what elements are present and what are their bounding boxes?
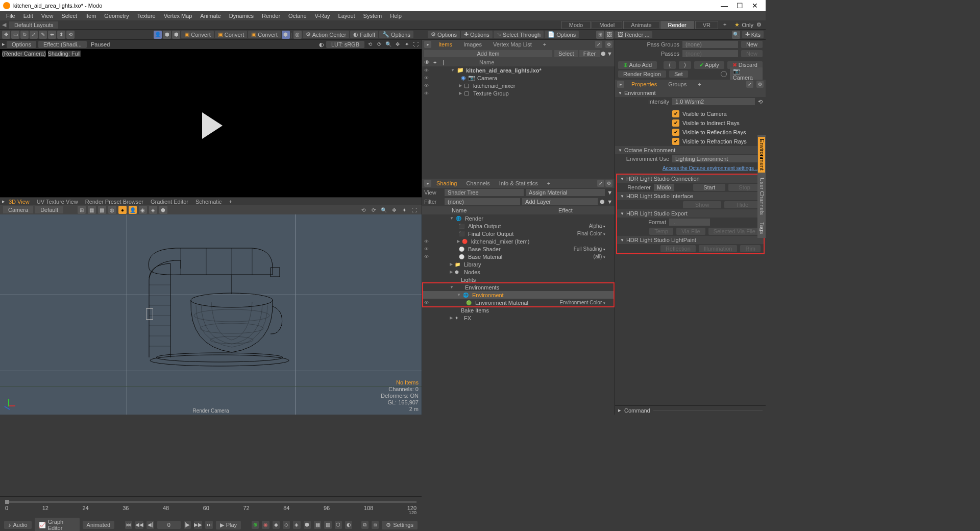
shader-row[interactable]: ▶📁Library <box>422 260 615 268</box>
apply-button[interactable]: ✔ Apply <box>694 61 724 69</box>
intensity-field[interactable]: 1.0 W/srm2 <box>672 98 755 105</box>
channels-tab[interactable]: Channels <box>462 180 494 187</box>
shader-tree-dropdown[interactable]: Shader Tree <box>445 189 524 196</box>
shading-pop-icon[interactable]: ⤢ <box>597 180 604 187</box>
tool-select-icon[interactable]: ▭ <box>11 31 19 39</box>
options-button-a[interactable]: ⚙Options <box>428 31 460 38</box>
view3d-nav5-icon[interactable]: ✦ <box>400 206 408 214</box>
layout-tab-add[interactable]: + <box>719 21 730 29</box>
passes-dropdown[interactable]: (none) <box>682 50 738 57</box>
eye-icon[interactable]: 👁 <box>424 68 430 73</box>
maximize-button[interactable]: ☐ <box>732 2 747 10</box>
images-tab[interactable]: Images <box>459 41 486 48</box>
lut-icon[interactable]: ◐ <box>319 41 324 48</box>
info-tab[interactable]: Info & Statistics <box>495 180 542 187</box>
props-add-tab[interactable]: + <box>694 81 705 88</box>
view3d-nav3-icon[interactable]: 🔍 <box>380 206 388 214</box>
expand-icon[interactable]: ▼ <box>450 216 454 221</box>
expand-icon[interactable]: ▶ <box>450 316 453 320</box>
shader-row[interactable]: ⬛Alpha OutputAlpha ▾ <box>422 222 615 230</box>
menu-item[interactable]: Item <box>81 13 100 19</box>
tool-rotate-icon[interactable]: ↻ <box>20 31 29 39</box>
layout-tab-vr[interactable]: VR <box>695 21 718 29</box>
illumination-button[interactable]: Illumination <box>699 245 738 252</box>
view3d-nav1-icon[interactable]: ⟲ <box>359 206 368 214</box>
shader-row[interactable]: ▼Environments <box>422 283 615 291</box>
shader-row[interactable]: Bake Items <box>422 306 615 314</box>
set-button[interactable]: Set <box>669 70 688 78</box>
format-dropdown[interactable]: ... <box>669 219 710 226</box>
layout-arrow-icon[interactable]: ◀ <box>2 21 6 28</box>
expand-icon[interactable]: ▶ <box>459 83 462 88</box>
play-icon[interactable] <box>202 112 223 139</box>
shading-menu-icon[interactable]: ▸ <box>424 180 431 187</box>
menu-octane[interactable]: Octane <box>284 13 310 19</box>
intensity-reset-icon[interactable]: ⟲ <box>758 99 763 105</box>
eye-icon[interactable]: 👁 <box>424 247 430 252</box>
hdr-conn-section[interactable]: ▼HDR Light Studio Connection <box>617 175 764 183</box>
convert-button-2[interactable]: ▣Convert <box>215 31 248 38</box>
reflection-button[interactable]: Reflection <box>660 245 696 252</box>
menu-render[interactable]: Render <box>258 13 284 19</box>
shading-gear-icon[interactable]: ⚙ <box>605 180 612 187</box>
view3d-t3-icon[interactable]: ▩ <box>98 206 106 214</box>
shader-row[interactable]: 👁⚪Base ShaderFull Shading ▾ <box>422 245 615 253</box>
sidetab-userchannels[interactable]: User Channels <box>758 176 765 217</box>
env-use-dropdown[interactable]: Lighting Environment <box>672 155 763 162</box>
view3d-tab-schematic[interactable]: Schematic <box>192 198 225 205</box>
eye-icon[interactable]: 👁 <box>424 300 430 305</box>
search-icon[interactable]: 🔍 <box>732 31 740 39</box>
items-menu-icon[interactable]: ▸ <box>424 41 431 48</box>
props-pop-icon[interactable]: ⤢ <box>746 81 753 88</box>
view3d-t2-icon[interactable]: ▦ <box>88 206 96 214</box>
target-icon[interactable]: ◎ <box>293 31 302 39</box>
tool-lasso-icon[interactable]: ✎ <box>39 31 47 39</box>
menu-vertexmap[interactable]: Vertex Map <box>160 13 197 19</box>
view3d-tab-3dview[interactable]: 3D View <box>6 198 33 205</box>
view3d-nav6-icon[interactable]: ⛶ <box>410 206 419 214</box>
layout-tab-animate[interactable]: Animate <box>623 21 659 29</box>
items-filter2-icon[interactable]: ▼ <box>607 51 612 57</box>
menu-dynamics[interactable]: Dynamics <box>225 13 258 19</box>
render-nav2-icon[interactable]: ⟳ <box>376 41 383 48</box>
menu-geometry[interactable]: Geometry <box>100 13 133 19</box>
properties-tab[interactable]: Properties <box>627 81 661 88</box>
render-camera-dropdown[interactable]: (Render Camera) <box>2 51 46 57</box>
render-preview[interactable]: ▶ Options Effect: (Shadi... Paused ◐ LUT… <box>0 40 422 197</box>
img-icon[interactable]: 🖼 <box>605 31 614 39</box>
shading-f2-icon[interactable]: ▼ <box>607 199 612 205</box>
items-row[interactable]: 👁▶▢Texture Group <box>422 89 615 97</box>
layout-tab-render[interactable]: Render <box>660 21 694 29</box>
shading-f1-icon[interactable]: ⬢ <box>600 199 605 205</box>
select-through-button[interactable]: ↘Select Through <box>494 31 544 38</box>
renderer-dropdown[interactable]: Modo <box>654 184 674 191</box>
view3d-t7-icon[interactable]: ◉ <box>139 206 147 214</box>
vis-reflection-checkbox[interactable]: ✔ <box>672 129 679 136</box>
assign-material-button[interactable]: Assign Material <box>526 189 605 196</box>
expand-icon[interactable]: ▶ <box>450 270 453 274</box>
rim-button[interactable]: Rim <box>740 245 761 252</box>
shader-row[interactable]: ▼🌐Environment <box>422 291 615 299</box>
view3d-default-dropdown[interactable]: Default <box>35 206 63 213</box>
menu-view[interactable]: View <box>37 13 58 19</box>
minimize-button[interactable]: — <box>717 2 732 10</box>
props-menu-icon[interactable]: ▸ <box>617 81 624 88</box>
stop-button[interactable]: Stop <box>728 184 761 191</box>
person-icon[interactable]: 👤 <box>154 31 162 39</box>
options-dropdown[interactable]: 🔧Options <box>379 31 413 38</box>
key-prev-icon[interactable]: ⟨ <box>664 61 676 69</box>
eye-icon[interactable]: 👁 <box>424 254 430 259</box>
vis-indirect-checkbox[interactable]: ✔ <box>672 119 679 127</box>
view3d-t5-icon[interactable]: ● <box>118 206 127 214</box>
render-shading-dropdown[interactable]: Shading: Full <box>48 51 81 57</box>
selected-viafile-button[interactable]: Selected Via File <box>708 228 761 235</box>
items-add-tab[interactable]: + <box>539 41 550 48</box>
filter-dropdown[interactable]: (none) <box>445 198 520 205</box>
view3d-t6-icon[interactable]: 👤 <box>129 206 137 214</box>
action-center-dropdown[interactable]: ⚙Action Center <box>303 31 350 38</box>
view3d-nav4-icon[interactable]: ✥ <box>390 206 398 214</box>
eye-icon[interactable]: 👁 <box>424 76 430 81</box>
items-pop-icon[interactable]: ⤢ <box>595 41 602 48</box>
view3d-tab-uv[interactable]: UV Texture View <box>34 198 81 205</box>
shader-row[interactable]: 👁🟢Environment MaterialEnvironment Color … <box>422 299 615 306</box>
